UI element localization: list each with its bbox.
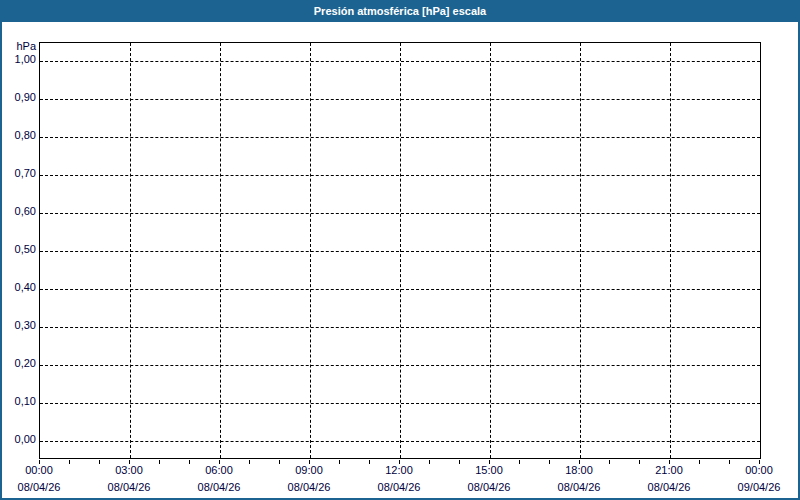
x-axis-minor-tick xyxy=(69,460,70,464)
x-axis-minor-tick xyxy=(459,460,460,464)
x-axis-minor-tick xyxy=(759,460,760,464)
v-gridline xyxy=(400,43,401,458)
plot-area xyxy=(39,42,761,459)
chart-title-bar: Presión atmosférica [hPa] escala xyxy=(0,0,800,22)
x-axis-minor-tick xyxy=(669,460,670,464)
x-axis-minor-tick xyxy=(429,460,430,464)
y-tick-label: 0,00 xyxy=(0,433,36,447)
x-axis-minor-tick xyxy=(249,460,250,464)
x-tick-date-label: 08/04/26 xyxy=(108,481,151,495)
x-axis-minor-tick xyxy=(39,460,40,464)
y-tick-label: 0,60 xyxy=(0,205,36,219)
x-tick-time-label: 12:00 xyxy=(385,464,413,478)
x-tick-time-label: 00:00 xyxy=(25,464,53,478)
x-tick-date-label: 08/04/26 xyxy=(18,481,61,495)
x-axis-minor-tick xyxy=(159,460,160,464)
x-tick-date-label: 09/04/26 xyxy=(738,481,781,495)
v-gridline xyxy=(580,43,581,458)
y-axis-unit-label: hPa xyxy=(0,40,36,53)
y-tick-label: 0,70 xyxy=(0,167,36,181)
x-tick-date-label: 08/04/26 xyxy=(198,481,241,495)
x-tick-date-label: 08/04/26 xyxy=(288,481,331,495)
x-tick-time-label: 21:00 xyxy=(655,464,683,478)
x-tick-date-label: 08/04/26 xyxy=(378,481,421,495)
x-axis-minor-tick xyxy=(699,460,700,464)
v-gridline xyxy=(130,43,131,458)
v-gridline xyxy=(670,43,671,458)
y-tick-label: 0,20 xyxy=(0,357,36,371)
y-tick-label: 0,90 xyxy=(0,91,36,105)
x-tick-date-label: 08/04/26 xyxy=(558,481,601,495)
y-tick-label: 0,50 xyxy=(0,243,36,257)
chart-title: Presión atmosférica [hPa] escala xyxy=(314,5,486,17)
x-tick-time-label: 06:00 xyxy=(205,464,233,478)
y-tick-label: 1,00 xyxy=(0,53,36,67)
v-gridline xyxy=(490,43,491,458)
x-axis-minor-tick xyxy=(189,460,190,464)
y-tick-label: 0,10 xyxy=(0,395,36,409)
x-axis-minor-tick xyxy=(219,460,220,464)
x-axis-minor-tick xyxy=(549,460,550,464)
x-tick-time-label: 03:00 xyxy=(115,464,143,478)
y-tick-label: 0,40 xyxy=(0,281,36,295)
x-axis-minor-tick xyxy=(609,460,610,464)
x-axis-minor-tick xyxy=(129,460,130,464)
x-tick-time-label: 15:00 xyxy=(475,464,503,478)
x-tick-date-label: 08/04/26 xyxy=(648,481,691,495)
chart-window: Presión atmosférica [hPa] escala hPa 1,0… xyxy=(0,0,800,500)
x-axis-minor-tick xyxy=(369,460,370,464)
x-axis-minor-tick xyxy=(279,460,280,464)
x-axis-minor-tick xyxy=(309,460,310,464)
x-axis-minor-tick xyxy=(729,460,730,464)
x-tick-date-label: 08/04/26 xyxy=(468,481,511,495)
x-axis-minor-tick xyxy=(399,460,400,464)
x-axis-minor-tick xyxy=(99,460,100,464)
x-axis-minor-tick xyxy=(579,460,580,464)
x-axis-minor-tick xyxy=(339,460,340,464)
x-axis-minor-tick xyxy=(519,460,520,464)
v-gridline xyxy=(310,43,311,458)
v-gridline xyxy=(220,43,221,458)
y-tick-label: 0,30 xyxy=(0,319,36,333)
x-axis-minor-tick xyxy=(639,460,640,464)
x-tick-time-label: 18:00 xyxy=(565,464,593,478)
x-tick-time-label: 00:00 xyxy=(745,464,773,478)
x-axis-minor-tick xyxy=(489,460,490,464)
x-tick-time-label: 09:00 xyxy=(295,464,323,478)
y-tick-label: 0,80 xyxy=(0,129,36,143)
